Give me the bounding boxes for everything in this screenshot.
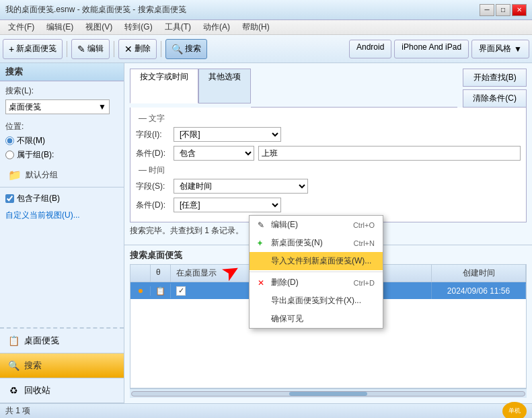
- ctx-edit-label: 编辑(E): [271, 219, 298, 231]
- new-note-button[interactable]: + 新桌面便笺: [3, 39, 63, 59]
- android-button[interactable]: Android: [349, 40, 391, 58]
- search-label: 搜索(L):: [5, 85, 118, 97]
- sidebar-item-trash[interactable]: ♻ 回收站: [0, 378, 124, 403]
- tab-other[interactable]: 其他选项: [198, 69, 251, 103]
- radio-unlimited-input[interactable]: [5, 136, 14, 145]
- condition-select[interactable]: 包含: [174, 146, 254, 161]
- td-created: 2024/09/06 11:56: [432, 284, 526, 298]
- menu-action[interactable]: 动作(A): [198, 20, 235, 34]
- ctx-new-shortcut: Ctrl+N: [354, 239, 375, 247]
- radio-group[interactable]: 属于组(B):: [5, 149, 118, 161]
- window-title: 我的桌面便笺.esnw - 效能桌面便笺 - 搜索桌面便笺: [5, 4, 186, 15]
- field-select[interactable]: [不限]: [174, 127, 281, 142]
- radio-group-input[interactable]: [5, 151, 14, 159]
- sidebar-header: 搜索: [0, 63, 124, 81]
- scroll-thumb[interactable]: [289, 392, 368, 396]
- ctx-new[interactable]: + 新桌面便笺(N) Ctrl+N: [250, 234, 383, 252]
- menu-help[interactable]: 帮助(H): [237, 20, 275, 34]
- horizontal-scrollbar[interactable]: [130, 388, 527, 398]
- scroll-track: [131, 391, 525, 396]
- delete-label: 删除: [135, 43, 151, 54]
- ctx-edit[interactable]: ✎ 编辑(E) Ctrl+O: [250, 216, 383, 234]
- edit-label: 编辑: [87, 43, 104, 54]
- subgroup-checkbox-label: 包含子组(B): [17, 193, 60, 204]
- start-search-button[interactable]: 开始查找(B): [463, 69, 527, 87]
- folder-item[interactable]: 📁 默认分组: [0, 166, 124, 184]
- field-label: 字段(I):: [136, 129, 169, 140]
- row-indicator-dot: [139, 289, 143, 293]
- edit-button[interactable]: ✎ 编辑: [71, 39, 110, 59]
- td-indicator: [130, 286, 151, 296]
- search-buttons: 开始查找(B) 清除条件(C): [463, 69, 527, 108]
- condition-input[interactable]: [258, 146, 521, 161]
- minimize-button[interactable]: ─: [480, 4, 494, 16]
- clear-conditions-button[interactable]: 清除条件(C): [463, 89, 527, 108]
- close-button[interactable]: ✕: [512, 4, 527, 16]
- ctx-ensure-left: 确保可见: [258, 313, 303, 325]
- sidebar-search-label: 搜索: [24, 360, 42, 372]
- menu-tools[interactable]: 工具(T): [159, 20, 196, 34]
- ctx-export[interactable]: 导出桌面便笺到文件(X)...: [250, 292, 383, 310]
- search-button[interactable]: 🔍 搜索: [165, 39, 207, 59]
- maximize-button[interactable]: □: [496, 4, 510, 16]
- search-combo-arrow: ▼: [98, 102, 106, 112]
- iphone-ipad-button[interactable]: iPhone And iPad: [394, 40, 469, 58]
- sidebar-divider: [0, 187, 124, 187]
- sidebar-spacer: [0, 224, 124, 327]
- time-cond-select[interactable]: [任意]: [174, 198, 281, 212]
- delete-button[interactable]: ✕ 删除: [118, 39, 157, 59]
- menu-file[interactable]: 文件(F): [3, 20, 40, 34]
- ctx-separator: [250, 271, 383, 272]
- tab-text-time[interactable]: 按文字或时间: [130, 69, 198, 103]
- time-field-select[interactable]: 创建时间: [174, 179, 308, 194]
- folder-label: 默认分组: [26, 169, 58, 181]
- col-icon: θ: [151, 265, 171, 282]
- folder-icon: 📁: [8, 169, 22, 181]
- condition-label: 条件(D):: [136, 148, 169, 159]
- status-text: 共 1 项: [5, 405, 30, 417]
- ctx-edit-shortcut: Ctrl+O: [353, 221, 375, 229]
- col-desktop: 在桌面显示: [171, 265, 252, 282]
- ctx-delete-icon: ✕: [258, 278, 268, 288]
- ctx-export-label: 导出桌面便笺到文件(X)...: [271, 295, 361, 306]
- menu-view[interactable]: 视图(V): [80, 20, 118, 34]
- new-icon: +: [9, 44, 14, 54]
- ctx-edit-left: ✎ 编辑(E): [258, 219, 298, 231]
- sidebar-notes-label: 桌面便笺: [24, 335, 59, 347]
- search-nav-icon: 🔍: [7, 359, 20, 372]
- style-button[interactable]: 界面风格 ▼: [471, 40, 529, 58]
- menu-edit[interactable]: 编辑(E): [41, 20, 79, 34]
- ctx-edit-icon: ✎: [258, 220, 268, 230]
- toolbar-right: Android iPhone And iPad 界面风格 ▼: [349, 40, 529, 58]
- tab-bar: 按文字或时间 其他选项: [130, 69, 251, 103]
- search-combo[interactable]: 桌面便笺 ▼: [5, 99, 110, 114]
- trash-icon: ♻: [7, 384, 20, 397]
- title-bar: 我的桌面便笺.esnw - 效能桌面便笺 - 搜索桌面便笺 ─ □ ✕: [0, 0, 532, 20]
- ctx-export-left: 导出桌面便笺到文件(X)...: [258, 295, 361, 306]
- menu-bar: 文件(F) 编辑(E) 视图(V) 转到(G) 工具(T) 动作(A) 帮助(H…: [0, 20, 532, 35]
- style-label: 界面风格: [479, 43, 511, 54]
- field-row: 字段(I): [不限]: [136, 127, 521, 142]
- ctx-delete[interactable]: ✕ 删除(D) Ctrl+D: [250, 274, 383, 292]
- note-icon: 📋: [155, 286, 165, 296]
- ctx-import[interactable]: 导入文件到新桌面便笺(W)...: [250, 252, 383, 270]
- subgroup-checkbox[interactable]: 包含子组(B): [0, 190, 124, 207]
- notes-icon: 📋: [7, 334, 20, 347]
- sidebar-trash-label: 回收站: [24, 384, 50, 396]
- ctx-import-left: 导入文件到新桌面便笺(W)...: [258, 255, 371, 267]
- radio-unlimited[interactable]: 不限(M): [5, 135, 118, 147]
- position-label: 位置:: [5, 121, 118, 132]
- search-icon: 🔍: [172, 44, 183, 54]
- menu-goto[interactable]: 转到(G): [119, 20, 157, 34]
- status-right: 单机: [502, 402, 527, 419]
- customize-view-link[interactable]: 自定义当前视图(U)...: [0, 209, 85, 221]
- sidebar-item-notes[interactable]: 📋 桌面便笺: [0, 329, 124, 353]
- delete-icon: ✕: [124, 44, 132, 54]
- watermark-button[interactable]: 单机: [502, 402, 527, 419]
- subgroup-checkbox-input[interactable]: [5, 194, 14, 203]
- sidebar-item-search[interactable]: 🔍 搜索: [0, 353, 124, 378]
- ctx-new-left: + 新桌面便笺(N): [258, 237, 323, 249]
- time-field-row: 字段(S): 创建时间: [136, 179, 521, 194]
- ctx-ensure-visible[interactable]: 确保可见: [250, 310, 383, 328]
- new-note-label: 新桌面便笺: [16, 43, 56, 54]
